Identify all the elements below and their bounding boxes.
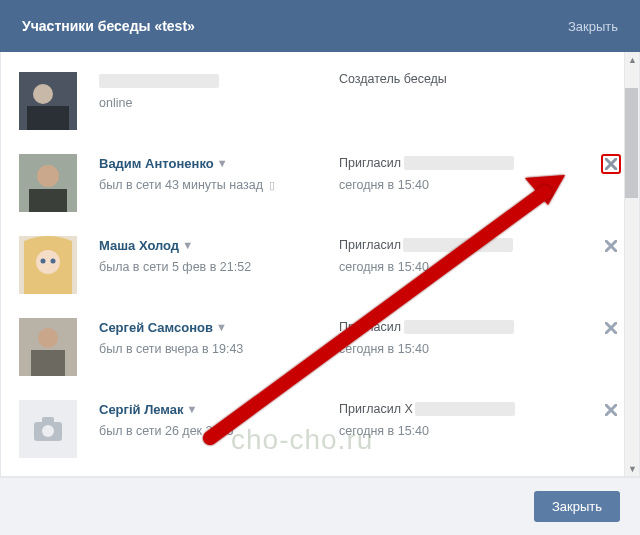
svg-point-8 — [41, 259, 46, 264]
chevron-down-icon[interactable]: ▼ — [216, 321, 227, 333]
member-info: online — [99, 72, 339, 130]
member-status: была в сети 5 фев в 21:52 — [99, 260, 339, 274]
member-info: Вадим Антоненко ▼ был в сети 43 минуты н… — [99, 154, 339, 212]
avatar[interactable] — [19, 318, 77, 376]
invite-prefix: Пригласил — [339, 320, 401, 334]
invite-prefix: Пригласил Х — [339, 402, 413, 416]
chevron-down-icon[interactable]: ▼ — [217, 157, 228, 169]
avatar[interactable] — [19, 72, 77, 130]
close-button[interactable]: Закрыть — [534, 491, 620, 522]
member-info: Сергей Самсонов ▼ был в сети вчера в 19:… — [99, 318, 339, 376]
svg-point-4 — [37, 165, 59, 187]
svg-point-11 — [38, 328, 58, 348]
avatar[interactable] — [19, 236, 77, 294]
invite-prefix: Пригласил — [339, 156, 401, 170]
svg-rect-14 — [42, 417, 54, 424]
member-status: online — [99, 96, 339, 110]
inviter-hidden — [403, 238, 513, 252]
member-name-link[interactable]: Сергей Самсонов — [99, 320, 213, 335]
member-name-link[interactable]: Вадим Антоненко — [99, 156, 214, 171]
remove-member-button[interactable] — [601, 236, 621, 256]
member-row: Маша Холод ▼ была в сети 5 фев в 21:52 П… — [19, 226, 621, 308]
svg-rect-5 — [29, 189, 67, 212]
member-name-link[interactable]: Маша Холод — [99, 238, 179, 253]
remove-member-button[interactable] — [601, 318, 621, 338]
dialog-title: Участники беседы «test» — [22, 18, 195, 34]
member-invite-col: Пригласил сегодня в 15:40 — [339, 236, 621, 294]
scrollbar[interactable]: ▲ ▼ — [624, 52, 639, 476]
remove-member-button[interactable] — [601, 400, 621, 420]
invite-prefix: Пригласил — [339, 238, 401, 252]
dialog-body: online Создатель беседы Вадим Антоненко … — [0, 52, 640, 477]
svg-point-7 — [36, 250, 60, 274]
member-info: Маша Холод ▼ была в сети 5 фев в 21:52 — [99, 236, 339, 294]
member-name-link[interactable]: Сергій Лемак — [99, 402, 184, 417]
scroll-down-icon[interactable]: ▼ — [625, 461, 640, 476]
member-status: был в сети 43 минуты назад ▯ — [99, 178, 339, 192]
svg-rect-12 — [31, 350, 65, 376]
scroll-up-icon[interactable]: ▲ — [625, 52, 640, 67]
remove-member-button[interactable] — [601, 154, 621, 174]
avatar[interactable] — [19, 154, 77, 212]
inviter-hidden — [404, 320, 514, 334]
mobile-icon: ▯ — [269, 179, 275, 192]
header-close-link[interactable]: Закрыть — [568, 19, 618, 34]
member-invite-col: Пригласил сегодня в 15:40 — [339, 318, 621, 376]
dialog-footer: Закрыть — [0, 477, 640, 535]
member-name-hidden — [99, 74, 219, 88]
invite-date: сегодня в 15:40 — [339, 260, 621, 274]
member-row: online Создатель беседы — [19, 62, 621, 144]
member-status: был в сети вчера в 19:43 — [99, 342, 339, 356]
chevron-down-icon[interactable]: ▼ — [187, 403, 198, 415]
member-invite-col: Пригласил сегодня в 15:40 — [339, 154, 621, 212]
chevron-down-icon[interactable]: ▼ — [182, 239, 193, 251]
dialog-header: Участники беседы «test» Закрыть — [0, 0, 640, 52]
invite-date: сегодня в 15:40 — [339, 178, 621, 192]
scrollbar-thumb[interactable] — [625, 88, 638, 198]
svg-rect-2 — [27, 106, 69, 130]
member-status: был в сети 26 дек 2015 — [99, 424, 339, 438]
svg-point-15 — [42, 425, 54, 437]
svg-point-1 — [33, 84, 53, 104]
member-row: Вадим Антоненко ▼ был в сети 43 минуты н… — [19, 144, 621, 226]
svg-point-9 — [51, 259, 56, 264]
invite-date: сегодня в 15:40 — [339, 342, 621, 356]
member-row: Сергей Самсонов ▼ был в сети вчера в 19:… — [19, 308, 621, 390]
chat-members-dialog: Участники беседы «test» Закрыть online С… — [0, 0, 640, 535]
invite-date: сегодня в 15:40 — [339, 424, 621, 438]
member-role-col: Создатель беседы — [339, 72, 621, 130]
avatar-placeholder[interactable] — [19, 400, 77, 458]
member-invite-col: Пригласил Х сегодня в 15:40 — [339, 400, 621, 458]
creator-label: Создатель беседы — [339, 72, 621, 86]
member-info: Сергій Лемак ▼ был в сети 26 дек 2015 — [99, 400, 339, 458]
inviter-hidden — [404, 156, 514, 170]
camera-icon — [33, 416, 63, 442]
inviter-hidden — [415, 402, 515, 416]
members-list: online Создатель беседы Вадим Антоненко … — [1, 52, 639, 476]
member-row: Сергій Лемак ▼ был в сети 26 дек 2015 Пр… — [19, 390, 621, 472]
